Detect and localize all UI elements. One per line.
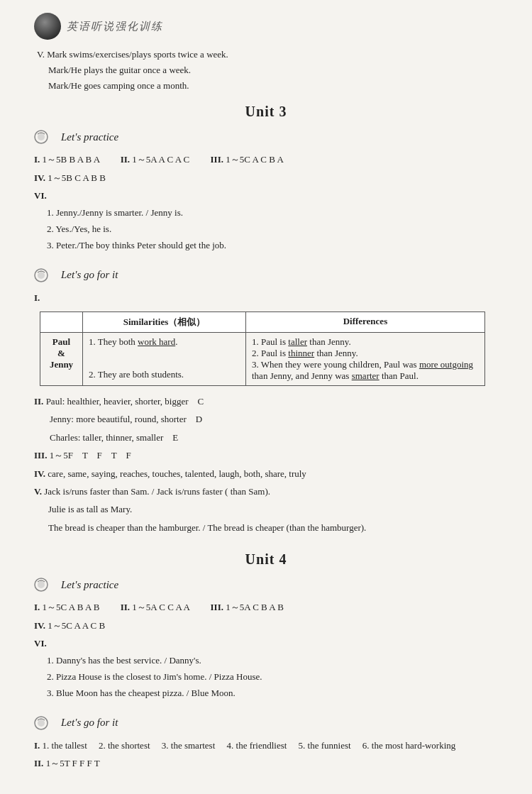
unit4-go-ii-label: II.	[34, 758, 43, 768]
diff-1: 1. Paul is taller than Jenny.	[252, 336, 479, 348]
unit3-go-ii-charles: Charles: taller, thinner, smaller E	[50, 429, 498, 446]
diff-3: 3. When they were young children, Paul w…	[252, 359, 479, 382]
table-col-differences: Differences	[246, 312, 485, 333]
table-col-empty	[40, 312, 83, 333]
unit3-p1-text1: 1～5B B A B A	[43, 154, 118, 165]
unit4-vi-section: 1. Danny's has the best service. / Danny…	[47, 653, 498, 701]
unit3-vi-section: 1. Jenny./Jenny is smarter. / Jenny is. …	[47, 205, 498, 253]
unit3-go-v-label: V.	[34, 486, 42, 497]
prev-line-1: V. Mark swims/exercises/plays sports twi…	[37, 47, 498, 62]
unit3-p1-label2: II.	[121, 154, 130, 165]
unit4-go-ii-text: 1～5T F F F T	[46, 758, 100, 768]
unit3-practice-row1: I. 1～5B B A B A II. 1～5A A C A C III. 1～…	[34, 151, 498, 167]
lets-practice-icon	[34, 127, 57, 147]
unit4-p1-label3: III.	[211, 602, 223, 612]
unit4-p2-label1: IV.	[34, 620, 45, 631]
unit4-go-ii: II. 1～5T F F F T	[34, 755, 498, 771]
table-similarities-cell: 1. They both work hard. 2. They are both…	[83, 333, 246, 386]
unit4-practice-row2: IV. 1～5C A A C B	[34, 617, 498, 634]
unit4-go-i-1: 1. the tallest 2. the shortest 3. the sm…	[43, 740, 456, 751]
unit3-lets-go-header: Let's go for it	[34, 265, 498, 285]
unit4-vi-3: 3. Blue Moon has the cheapest pizza. / B…	[47, 685, 498, 702]
unit3-go-i-label: I.	[34, 290, 498, 306]
unit4-p1-label2: II.	[121, 602, 130, 612]
unit4-go-i-items: I. 1. the tallest 2. the shortest 3. the…	[34, 737, 498, 754]
unit4-lets-go-header: Let's go for it	[34, 713, 498, 733]
unit3-title: Unit 3	[34, 104, 498, 120]
unit3-p1-label3: III.	[211, 154, 223, 165]
unit4-go-i-label: I.	[34, 740, 40, 751]
unit3-p1-label1: I.	[34, 154, 40, 165]
unit3-p2-text1: 1～5B C A B B	[48, 172, 106, 183]
comparison-table: Similarities（相似） Differences Paul&Jenny …	[40, 311, 485, 386]
unit3-go-ii-label: II.	[34, 396, 43, 407]
unit3-p1-text2: 1～5A A C A C	[132, 154, 208, 165]
unit3-practice-answers: I. 1～5B B A B A II. 1～5A A C A C III. 1～…	[34, 151, 498, 253]
prev-line-2: Mark/He plays the guitar once a week.	[48, 62, 498, 78]
unit3-practice-row2: IV. 1～5B C A B B	[34, 170, 498, 186]
unit4-p1-label1: I.	[34, 602, 40, 612]
svg-point-1	[38, 133, 45, 140]
prev-line-3: Mark/He goes camping once a month.	[48, 78, 498, 94]
table-row-label: Paul&Jenny	[40, 333, 83, 386]
unit4-lets-practice-label: Let's practice	[61, 579, 118, 591]
unit3-go-v-line3: The bread is cheaper than the hamburger.…	[48, 519, 498, 536]
unit4-p1-text1: 1～5C A B A B	[43, 602, 118, 612]
unit4-practice-answers: I. 1～5C A B A B II. 1～5A C C A A III. 1～…	[34, 599, 498, 701]
unit3-go-v-text1: Jack is/runs faster than Sam. / Jack is/…	[44, 486, 270, 497]
svg-point-5	[38, 581, 45, 588]
unit4-lets-go-label: Let's go for it	[61, 717, 118, 729]
unit3-go-iv-label: IV.	[34, 468, 45, 479]
unit3-vi-label: VI.	[34, 190, 47, 201]
unit4-lets-practice-icon	[34, 575, 57, 595]
unit3-practice-vi-label-line: VI.	[34, 187, 498, 204]
unit4-lets-go-icon	[34, 713, 57, 733]
unit4-vi-label: VI.	[34, 638, 47, 649]
diff-2: 2. Paul is thinner than Jenny.	[252, 348, 479, 359]
unit4-vi-2: 2. Pizza House is the closest to Jim's h…	[47, 669, 498, 685]
unit3-go-v-line2: Julie is as tall as Mary.	[48, 501, 498, 517]
unit3-go-iv: IV. care, same, saying, reaches, touches…	[34, 465, 498, 482]
unit3-go-ii-text: Paul: healthier, heavier, shorter, bigge…	[46, 396, 204, 407]
unit4-go-section-i: I. 1. the tallest 2. the shortest 3. the…	[34, 737, 498, 772]
logo-icon	[34, 13, 61, 40]
unit3-go-iv-text: care, same, saying, reaches, touches, ta…	[48, 468, 306, 479]
unit3-lets-go-label: Let's go for it	[61, 269, 118, 281]
svg-point-3	[38, 272, 45, 279]
unit3-p2-label1: IV.	[34, 172, 45, 183]
svg-point-7	[38, 719, 45, 727]
unit3-vi-2: 2. Yes./Yes, he is.	[47, 221, 498, 238]
unit3-go-answers: II. Paul: healthier, heavier, shorter, b…	[34, 393, 498, 536]
table-row: Paul&Jenny 1. They both work hard. 2. Th…	[40, 333, 485, 386]
unit4-vi-1: 1. Danny's has the best service. / Danny…	[47, 653, 498, 669]
unit4-practice-row1: I. 1～5C A B A B II. 1～5A C C A A III. 1～…	[34, 599, 498, 615]
sim-1: 1. They both work hard.	[89, 336, 240, 348]
unit4-p2-text1: 1～5C A A C B	[48, 620, 105, 631]
unit3-lets-practice-header: Let's practice	[34, 127, 498, 147]
sim-2: 2. They are both students.	[89, 369, 240, 380]
unit3-go-iii-label: III.	[34, 450, 47, 461]
unit3-go-ii: II. Paul: healthier, heavier, shorter, b…	[34, 393, 498, 409]
table-differences-cell: 1. Paul is taller than Jenny. 2. Paul is…	[246, 333, 485, 386]
unit4-p1-text2: 1～5A C C A A	[132, 602, 208, 612]
logo-text: 英语听说强化训练	[67, 20, 163, 33]
unit4-lets-practice-header: Let's practice	[34, 575, 498, 595]
unit4-title: Unit 4	[34, 551, 498, 568]
unit3-lets-practice-label: Let's practice	[61, 131, 118, 143]
unit3-vi-1: 1. Jenny./Jenny is smarter. / Jenny is.	[47, 205, 498, 221]
unit3-go-iii: III. 1～5F T F T F	[34, 447, 498, 463]
unit3-go-iii-text: 1～5F T F T F	[50, 450, 131, 461]
unit3-p1-text3: 1～5C A C B A	[226, 154, 284, 165]
prev-section: V. Mark swims/exercises/plays sports twi…	[34, 47, 498, 94]
unit3-go-ii-jenny: Jenny: more beautiful, round, shorter D	[50, 411, 498, 427]
lets-go-icon	[34, 265, 57, 285]
table-col-similarities: Similarities（相似）	[83, 312, 246, 333]
unit3-go-v: V. Jack is/runs faster than Sam. / Jack …	[34, 483, 498, 500]
unit4-p1-text3: 1～5A C B A B	[226, 602, 284, 612]
unit3-vi-3: 3. Peter./The boy thinks Peter should ge…	[47, 238, 498, 254]
header-logo: 英语听说强化训练	[34, 13, 498, 40]
unit4-practice-vi-label-line: VI.	[34, 635, 498, 651]
